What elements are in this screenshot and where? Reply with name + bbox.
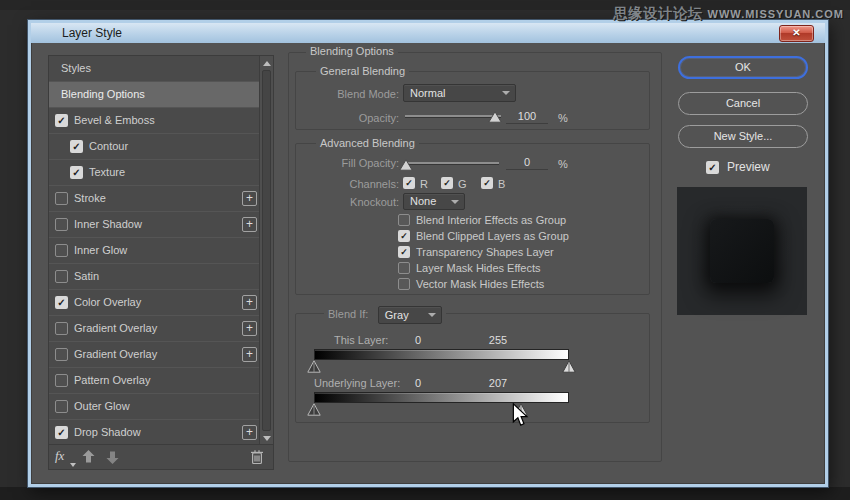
ok-button[interactable]: OK	[678, 56, 808, 79]
styles-item-label: Inner Shadow	[74, 212, 142, 237]
checkbox-unchecked[interactable]	[55, 374, 68, 387]
checkbox-unchecked[interactable]	[55, 244, 68, 257]
add-effect-button[interactable]: +	[242, 321, 257, 336]
opacity-label: Opacity:	[296, 112, 399, 124]
move-up-icon[interactable]	[82, 450, 95, 463]
dialog-titlebar[interactable]: Layer Style ✕	[31, 23, 825, 43]
blend-mode-select[interactable]: Normal	[403, 84, 516, 102]
blend-interior-checkbox[interactable]	[398, 214, 410, 226]
plus-icon: +	[246, 425, 253, 439]
knockout-label: Knockout:	[296, 196, 399, 208]
general-blending-group: General Blending Blend Mode: Normal Opac…	[295, 71, 650, 130]
styles-item-bevel-emboss[interactable]: ✓ Bevel & Emboss	[49, 108, 261, 134]
checkbox-unchecked[interactable]	[55, 322, 68, 335]
opacity-value[interactable]: 100	[506, 110, 548, 124]
scroll-up-icon[interactable]	[263, 61, 271, 66]
opacity-slider-thumb[interactable]	[488, 111, 502, 123]
new-style-button[interactable]: New Style...	[678, 125, 808, 148]
layer-mask-hides-checkbox[interactable]	[398, 262, 410, 274]
this-layer-high-thumb[interactable]	[562, 360, 576, 373]
preview-square	[710, 219, 774, 283]
styles-item-gradient-overlay-2[interactable]: Gradient Overlay +	[49, 342, 261, 368]
checkbox-unchecked[interactable]	[55, 400, 68, 413]
channel-r-checkbox[interactable]: ✓	[403, 177, 415, 189]
styles-item-stroke[interactable]: Stroke +	[49, 186, 261, 212]
styles-item-contour[interactable]: ✓ Contour	[49, 134, 261, 160]
blend-clipped-checkbox[interactable]: ✓	[398, 230, 410, 242]
add-effect-button[interactable]: +	[242, 425, 257, 440]
styles-item-satin[interactable]: Satin	[49, 264, 261, 290]
checkbox-unchecked[interactable]	[55, 348, 68, 361]
underlying-layer-label: Underlying Layer:	[314, 377, 400, 389]
underlying-low-thumb[interactable]	[307, 403, 321, 416]
checkbox-unchecked[interactable]	[55, 192, 68, 205]
close-button[interactable]: ✕	[779, 25, 814, 42]
checkbox-checked[interactable]: ✓	[70, 166, 83, 179]
this-layer-low-thumb[interactable]	[307, 360, 321, 373]
add-effect-button[interactable]: +	[242, 217, 257, 232]
cancel-button[interactable]: Cancel	[678, 92, 808, 115]
styles-item-texture[interactable]: ✓ Texture	[49, 160, 261, 186]
channel-b-checkbox[interactable]: ✓	[481, 177, 493, 189]
styles-item-inner-glow[interactable]: Inner Glow	[49, 238, 261, 264]
checkbox-checked[interactable]: ✓	[55, 296, 68, 309]
fx-menu-button[interactable]: fx	[55, 448, 64, 464]
styles-item-label: Pattern Overlay	[74, 368, 150, 393]
add-effect-button[interactable]: +	[242, 191, 257, 206]
this-layer-gradient-bar[interactable]	[314, 349, 569, 360]
checkbox-unchecked[interactable]	[55, 218, 68, 231]
opacity-percent: %	[558, 112, 568, 124]
scrollbar-thumb[interactable]	[262, 70, 271, 431]
check-icon: ✓	[400, 231, 408, 241]
checkbox-unchecked[interactable]	[55, 270, 68, 283]
chevron-down-icon	[451, 200, 459, 204]
styles-item-inner-shadow[interactable]: Inner Shadow +	[49, 212, 261, 238]
channels-label: Channels:	[296, 178, 399, 190]
fill-opacity-value[interactable]: 0	[506, 156, 548, 170]
layer-style-dialog: Layer Style ✕ Styles Blending Options ✓	[28, 20, 828, 487]
styles-list: Styles Blending Options ✓ Bevel & Emboss…	[49, 56, 261, 446]
blend-clipped-label: Blend Clipped Layers as Group	[416, 230, 569, 242]
styles-item-styles[interactable]: Styles	[49, 56, 261, 82]
add-effect-button[interactable]: +	[242, 295, 257, 310]
underlying-high: 207	[481, 377, 515, 389]
plus-icon: +	[246, 295, 253, 309]
styles-item-outer-glow[interactable]: Outer Glow	[49, 394, 261, 420]
scroll-down-icon[interactable]	[263, 436, 271, 441]
opacity-slider-track[interactable]	[405, 115, 501, 117]
underlying-gradient-bar[interactable]	[314, 392, 569, 403]
styles-item-color-overlay[interactable]: ✓ Color Overlay +	[49, 290, 261, 316]
styles-item-label: Drop Shadow	[74, 420, 141, 445]
vector-mask-hides-checkbox[interactable]	[398, 278, 410, 290]
styles-item-label: Texture	[89, 160, 125, 185]
add-effect-button[interactable]: +	[242, 347, 257, 362]
knockout-select[interactable]: None	[403, 193, 465, 210]
styles-item-pattern-overlay[interactable]: Pattern Overlay	[49, 368, 261, 394]
styles-item-label: Contour	[89, 134, 128, 159]
styles-item-gradient-overlay-1[interactable]: Gradient Overlay +	[49, 316, 261, 342]
photoshop-screen: 思缘设计论坛 WWW.MISSYUAN.COM Layer Style ✕ St…	[0, 0, 850, 500]
styles-item-blending-options[interactable]: Blending Options	[49, 82, 261, 108]
styles-item-label: Gradient Overlay	[74, 342, 157, 367]
channel-g-checkbox[interactable]: ✓	[441, 177, 453, 189]
underlying-low: 0	[408, 377, 428, 389]
this-layer-low: 0	[408, 334, 428, 346]
transparency-shapes-checkbox[interactable]: ✓	[398, 246, 410, 258]
fill-opacity-slider-thumb[interactable]	[399, 159, 413, 171]
styles-item-drop-shadow[interactable]: ✓ Drop Shadow +	[49, 420, 261, 446]
blend-if-select[interactable]: Gray	[378, 306, 442, 324]
blend-if-header: Blend If: Gray	[324, 305, 446, 323]
preview-checkbox[interactable]: ✓	[706, 161, 719, 174]
check-icon: ✓	[57, 115, 65, 126]
styles-item-label: Inner Glow	[74, 238, 127, 263]
checkbox-checked[interactable]: ✓	[70, 140, 83, 153]
move-down-icon[interactable]	[106, 451, 119, 464]
delete-effect-icon[interactable]	[250, 449, 264, 465]
check-icon: ✓	[483, 178, 491, 188]
cancel-label: Cancel	[726, 97, 760, 109]
fill-opacity-slider-track[interactable]	[405, 162, 499, 164]
checkbox-checked[interactable]: ✓	[55, 114, 68, 127]
checkbox-checked[interactable]: ✓	[55, 426, 68, 439]
mouse-cursor-icon	[512, 403, 529, 428]
styles-scrollbar[interactable]	[259, 56, 273, 446]
